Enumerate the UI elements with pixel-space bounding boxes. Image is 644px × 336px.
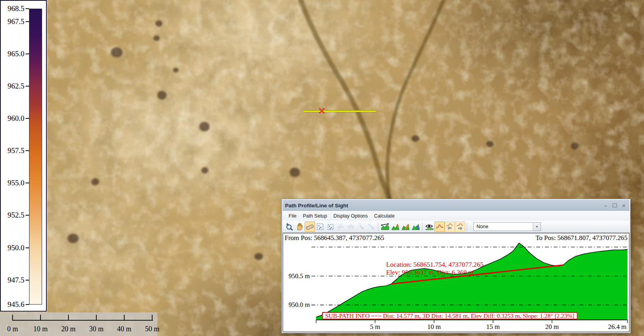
to-pos-label: To Pos: 568671.807, 4737077.265 [535,234,627,242]
colorbar-tick [26,8,29,9]
pick-line-icon[interactable] [366,222,376,232]
colorbar-tick [26,118,29,119]
zoom-in-icon[interactable] [284,222,294,232]
x-axis-tick-label: 15 m [486,323,500,330]
scalebar-tick [152,315,153,321]
path-profile-window: Path Profile/Line of Sight – × File Path… [282,199,631,333]
menu-calculate[interactable]: Calculate [372,212,397,220]
profile-draw-icon[interactable] [400,222,410,232]
location-annotation: Location: 568651.754, 4737077.265 [386,261,484,268]
measure-x-marker[interactable] [318,107,325,114]
subpath-info-box: SUB-PATH INFO ==> Dist: 14.577 m, 3D Dis… [322,312,578,319]
curve-step-forward-icon[interactable] [455,222,465,232]
scalebar-tick [40,315,41,321]
visibility-eye-icon[interactable] [424,222,434,232]
curve-view-icon[interactable] [434,222,445,232]
x-axis-tick-label: 20 m [545,323,559,330]
map-scalebar: 0 m10 m20 m30 m40 m50 m [0,312,157,336]
colorbar-tick [26,247,29,248]
measure-line[interactable] [304,110,376,112]
close-button[interactable]: × [620,203,627,209]
app-screen: { "map": { "colorbar": { "tick_values": … [0,0,644,336]
colorbar-tick-label: 952.5 [1,211,24,219]
colorbar-tick-label: 955.0 [1,179,24,187]
colorbar-tick-label: 950.0 [1,244,24,252]
curve-step-back-icon[interactable] [445,222,455,232]
select-region-icon[interactable] [315,222,325,232]
colorbar-tick [26,215,29,216]
terrain-area [316,243,627,320]
point-density-icon[interactable] [346,222,356,232]
pan-hand-icon[interactable] [294,222,305,232]
colorbar-tick [26,150,29,151]
chevron-down-icon[interactable]: ▾ [533,223,541,231]
colorbar-tick-label: 967.5 [1,18,24,26]
scalebar-tick-label: 10 m [28,325,53,333]
toolbar-separator [378,222,378,231]
measure-path-icon[interactable] [305,222,315,232]
profile-path-icon[interactable] [380,222,390,232]
scalebar-tick-label: 20 m [56,325,81,333]
profile-peak-icon[interactable] [390,222,400,232]
maximize-button[interactable] [611,203,618,209]
scalebar-tick [96,315,97,321]
scalebar-tick [124,315,125,321]
profile-chart[interactable]: 950.5 m950.0 m5 m10 m15 m20 m26.4 mFrom … [283,233,629,332]
colorbar-tick [26,280,29,281]
x-axis-tick-label: 10 m [427,323,441,330]
colorbar-tick [26,54,29,54]
elev-dist-annotation: Elev: 950.3637 m, Dist: 6.369 m [386,269,474,276]
colorbar-tick-label: 965.0 [1,50,24,58]
scalebar-tick-label: 0 m [0,325,25,333]
y-axis-label: 950.0 m [289,301,310,308]
elevation-colorbar: 968.5967.5965.0962.5960.0957.5955.0952.5… [0,0,47,312]
x-axis-tick-label: 5 m [370,323,380,330]
scalebar-tick-label: 30 m [84,325,109,333]
from-pos-label: From Pos: 568645.387, 4737077.265 [285,234,384,242]
colorbar-tick [26,21,29,22]
scalebar-tick [12,315,13,321]
colorbar-tick-label: 968.5 [1,5,24,13]
menu-display-options[interactable]: Display Options [331,212,371,220]
maximize-icon [613,203,617,207]
toolbar-separator [422,222,423,231]
colorbar-tick [26,304,29,305]
point-spacing-icon[interactable] [335,222,346,232]
scalebar-tick [68,315,69,321]
x-axis-tick-label: 26.4 m [608,323,626,330]
y-axis-label: 950.5 m [289,272,310,280]
window-title: Path Profile/Line of Sight [285,203,348,209]
menu-path-setup[interactable]: Path Setup [300,212,330,220]
profile-analyze-icon[interactable] [410,222,421,232]
colorbar-tick [26,183,29,183]
menu-file[interactable]: File [286,212,299,220]
scalebar-line [12,320,153,321]
colorbar-tick-label: 957.5 [1,147,24,155]
colorbar-gradient [29,9,42,305]
select-points-icon[interactable] [325,222,335,232]
scalebar-tick-label: 40 m [112,325,137,333]
colorbar-tick-label: 945.6 [1,301,24,308]
toolbar: None ▾ [283,221,629,233]
toolbar-separator [467,222,467,231]
layer-dropdown[interactable]: None ▾ [473,222,541,231]
colorbar-tick [26,86,29,87]
minimize-button[interactable]: – [602,203,609,209]
colorbar-tick-label: 947.5 [1,276,24,284]
pick-point-icon[interactable] [356,222,366,232]
layer-dropdown-value: None [474,224,533,229]
colorbar-tick-label: 960.0 [1,114,24,122]
menubar: File Path Setup Display Options Calculat… [283,211,629,221]
scalebar-tick-label: 50 m [140,325,165,333]
window-titlebar[interactable]: Path Profile/Line of Sight – × [283,200,629,211]
colorbar-tick-label: 962.5 [1,82,24,90]
